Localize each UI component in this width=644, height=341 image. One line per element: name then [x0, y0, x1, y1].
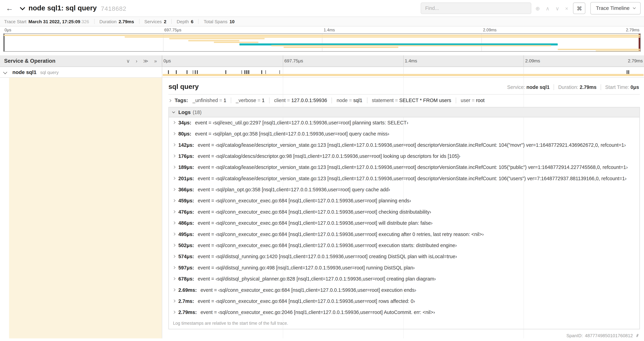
tag-key: _verbose	[236, 98, 256, 103]
log-entry[interactable]: 495μs: event = ‹sql/conn_executor_exec.g…	[169, 229, 639, 240]
span-duration-stat: Duration: 2.79ms	[554, 84, 600, 90]
time-tick-label: 2.09ms	[525, 58, 540, 63]
minimap-span	[271, 45, 551, 46]
focus-match-icon[interactable]: ⊕	[536, 5, 540, 12]
log-timestamp: 486μs:	[178, 221, 194, 226]
log-entry[interactable]: 2.69ms: event = ‹sql/conn_executor_exec.…	[169, 285, 639, 296]
tag-key: node	[336, 98, 348, 103]
log-timestamp: 366μs:	[178, 187, 194, 192]
log-marker	[266, 70, 266, 74]
timeline-header-left: Service & Operation ∨ › ≫ »	[0, 56, 162, 67]
log-entry[interactable]: 574μs: event = ‹sql/distsql_running.go:1…	[169, 251, 639, 262]
log-message: event = ‹sql/catalog/lease/descriptor_ve…	[198, 143, 626, 148]
chevron-right-icon	[172, 232, 176, 235]
summary-value: 2	[164, 19, 166, 24]
span-bar[interactable]	[163, 74, 644, 76]
time-tick-label: 2.79ms	[626, 28, 640, 32]
minimap-span	[214, 42, 258, 43]
log-message: event = ‹sql/conn_executor_exec.go:684 […	[198, 232, 484, 237]
log-marker	[627, 70, 628, 74]
trace-collapse-chevron-icon[interactable]	[20, 5, 25, 10]
tag-value: 1	[224, 98, 226, 103]
log-entry[interactable]: 476μs: event = ‹sql/conn_executor_exec.g…	[169, 207, 639, 218]
time-gridline	[403, 56, 404, 67]
chevron-right-icon	[172, 288, 176, 291]
clear-search-icon[interactable]: ×	[565, 5, 568, 12]
chevron-right-icon	[172, 188, 176, 191]
log-entry[interactable]: 80μs: event = ‹sql/plan_opt.go:358 [nsql…	[169, 129, 639, 140]
summary-value: 2.79ms	[118, 19, 134, 24]
tag-item: user = root	[456, 98, 484, 103]
expand-one-icon[interactable]: ›	[136, 58, 138, 64]
chevron-down-icon	[172, 110, 175, 113]
next-match-icon[interactable]: ∨	[555, 5, 559, 12]
minimap-span	[125, 36, 640, 38]
link-icon[interactable]	[635, 333, 640, 338]
span-row[interactable]: node sql1 sql query	[0, 67, 644, 78]
log-marker	[187, 70, 188, 74]
back-button[interactable]: ←	[3, 4, 16, 13]
log-message: event = ‹sql/plan_opt.go:358 [nsql1,clie…	[195, 131, 389, 137]
log-entry[interactable]: 189μs: event = ‹sql/catalog/lease/descri…	[169, 162, 639, 173]
time-tick-label: 2.79ms	[628, 58, 643, 63]
log-timestamp: 597μs:	[178, 265, 194, 271]
summary-value-suffix: .326	[80, 19, 89, 24]
tag-value: SELECT * FROM users	[399, 98, 451, 103]
timeline-header: Service & Operation ∨ › ≫ » 0μs697.75μs1…	[0, 56, 644, 67]
tag-key: statement	[372, 98, 394, 103]
span-id-footer: SpanID: 4877749850101760812	[162, 329, 644, 338]
minimap-span	[596, 50, 640, 52]
log-entry[interactable]: 366μs: event = ‹sql/plan_opt.go:358 [nsq…	[169, 184, 639, 195]
log-entry[interactable]: 34μs: event = ‹sql/exec_util.go:2297 [ns…	[169, 117, 639, 128]
log-entry[interactable]: 486μs: event = ‹sql/conn_executor_exec.g…	[169, 218, 639, 229]
collapse-one-icon[interactable]: ∨	[126, 58, 130, 64]
log-timestamp: 495μs:	[178, 232, 194, 237]
chevron-right-icon	[168, 99, 172, 102]
log-entry[interactable]: 2.7ms: event = ‹sql/conn_executor_exec.g…	[169, 296, 639, 307]
log-entry[interactable]: 142μs: event = ‹sql/catalog/lease/descri…	[169, 140, 639, 151]
tags-list: _unfinished = 1 _verbose = 1 client = 12…	[192, 98, 484, 103]
minimap-left-scrubber[interactable]	[4, 34, 4, 51]
log-entry[interactable]: 597μs: event = ‹sql/distsql_running.go:4…	[169, 262, 639, 273]
log-entry[interactable]: 678μs: event = ‹sql/distsql_physical_pla…	[169, 274, 639, 285]
log-timestamp: 502μs:	[178, 243, 194, 248]
chevron-right-icon	[172, 121, 176, 124]
log-timestamp: 678μs:	[178, 276, 194, 282]
log-entry[interactable]: 502μs: event = ‹sql/conn_executor_exec.g…	[169, 240, 639, 251]
log-timestamp: 142μs:	[178, 143, 194, 148]
span-service-stat: Service: node sql1	[503, 84, 554, 90]
log-timestamp: 201μs:	[178, 176, 194, 181]
trace-title: node sql1: sql query	[28, 4, 97, 13]
summary-value: 6	[191, 19, 194, 24]
span-operation-name: sql query	[40, 70, 58, 75]
summary-label: Duration	[99, 19, 116, 24]
log-entry[interactable]: 459μs: event = ‹sql/conn_executor_exec.g…	[169, 195, 639, 207]
log-marker	[226, 70, 226, 74]
chevron-right-icon	[172, 177, 176, 180]
span-expander-icon[interactable]	[3, 70, 7, 74]
trace-summary-item: Services 2	[139, 19, 172, 24]
time-tick-label: 0μs	[164, 58, 171, 63]
log-timestamp: 574μs:	[178, 254, 194, 259]
expand-all-icon[interactable]: »	[154, 58, 157, 64]
command-icon: ⌘	[577, 5, 582, 12]
span-row-name-cell: node sql1 sql query	[0, 67, 162, 77]
keyboard-shortcuts-button[interactable]: ⌘	[573, 3, 586, 14]
log-timestamp: 34μs:	[178, 120, 191, 126]
find-input[interactable]	[421, 3, 531, 14]
log-entry[interactable]: 201μs: event = ‹sql/catalog/lease/descri…	[169, 173, 639, 184]
log-entry[interactable]: 176μs: event = ‹sql/catalog/descs/descri…	[169, 151, 639, 162]
tags-section[interactable]: Tags: _unfinished = 1 _verbose = 1 clien…	[168, 95, 640, 106]
log-entry[interactable]: 2.79ms: event = ‹sql/conn_executor_exec.…	[169, 307, 639, 318]
span-timeline-cell[interactable]	[162, 67, 644, 77]
log-message: event = ‹sql/conn_executor_exec.go:684 […	[198, 198, 411, 204]
prev-match-icon[interactable]: ∧	[546, 5, 550, 12]
collapse-all-icon[interactable]: ≫	[143, 58, 148, 64]
log-message: event = ‹sql/exec_util.go:2297 [nsql1,cl…	[195, 120, 408, 126]
tag-key: _unfinished	[192, 98, 218, 103]
log-marker	[195, 70, 196, 74]
logs-header[interactable]: Logs (18)	[169, 107, 639, 117]
minimap-canvas[interactable]	[3, 34, 641, 52]
view-selector-button[interactable]: Trace Timeline	[590, 2, 641, 15]
trace-summary-item: Total Spans 10	[198, 19, 240, 24]
